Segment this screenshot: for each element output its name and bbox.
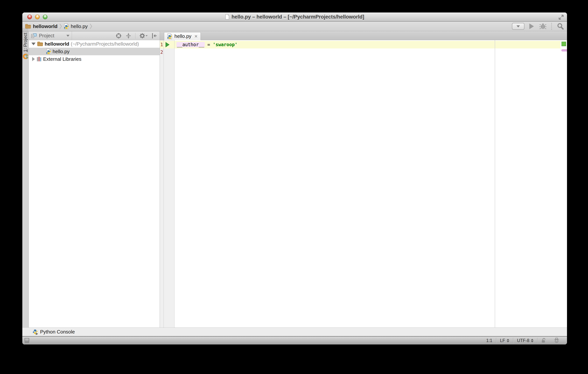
toolbar-separator xyxy=(551,23,552,30)
chevron-right-icon xyxy=(90,23,92,29)
project-view-icon xyxy=(31,33,37,39)
expanded-arrow-icon[interactable] xyxy=(32,43,36,45)
caret-position: 1:1 xyxy=(486,338,492,343)
status-widgets: 1:1 LF UTF-8 xyxy=(483,337,563,344)
document-proxy-icon[interactable] xyxy=(225,14,229,20)
pycharm-logo-icon xyxy=(23,54,28,59)
breadcrumb-label: hello.py xyxy=(71,23,88,29)
zoom-window-button[interactable] xyxy=(43,15,47,19)
breadcrumb-label: helloworld xyxy=(33,23,58,29)
ide-window: hello.py – helloworld – [~/PycharmProjec… xyxy=(22,12,567,344)
scroll-from-source-button[interactable] xyxy=(116,33,122,39)
inspection-profile-widget[interactable] xyxy=(550,337,563,344)
collapse-all-button[interactable] xyxy=(126,33,131,39)
toggle-toolbars-icon-line xyxy=(25,342,29,343)
code-line-1: __author__ = 'swaroop' xyxy=(177,41,237,48)
tree-row-external-libraries[interactable]: External Libraries xyxy=(29,55,160,63)
tree-libraries-label: External Libraries xyxy=(43,56,81,62)
debug-button[interactable] xyxy=(539,23,546,30)
python-console-icon xyxy=(33,329,38,335)
python-console-label: Python Console xyxy=(40,329,75,335)
project-panel: Project xyxy=(29,32,160,327)
project-panel-toolbar xyxy=(116,32,157,40)
main-toolbar xyxy=(512,21,564,31)
minimize-window-button[interactable] xyxy=(35,15,40,19)
string-literal: 'swaroop' xyxy=(213,42,237,47)
search-everywhere-button[interactable] xyxy=(557,23,564,30)
project-view-label: Project xyxy=(39,33,64,39)
run-configuration-selector[interactable] xyxy=(512,23,525,30)
updown-arrows-icon xyxy=(507,339,509,342)
gutter-divider xyxy=(163,40,164,327)
editor-gutter xyxy=(160,40,174,327)
chevron-down-icon xyxy=(66,35,69,37)
python-file-icon xyxy=(64,23,69,29)
inspection-status-indicator[interactable] xyxy=(562,42,566,46)
hector-inspector-icon xyxy=(554,338,559,343)
traffic-lights xyxy=(27,12,47,21)
close-window-button[interactable] xyxy=(27,15,32,19)
gutter-divider xyxy=(174,40,175,327)
breadcrumb: helloworld hello.py xyxy=(25,23,92,29)
line-number: 1 xyxy=(160,41,163,48)
navigation-bar: helloworld hello.py xyxy=(22,21,567,32)
tree-row-project-root[interactable]: helloworld (~/PycharmProjects/helloworld… xyxy=(29,40,160,48)
editor-area: hello.py × 1 2 __author__ = 'swaroop' xyxy=(160,32,567,327)
collapsed-arrow-icon[interactable] xyxy=(32,57,35,61)
unlock-icon xyxy=(541,338,546,343)
updown-arrows-icon xyxy=(531,339,534,342)
fullscreen-icon[interactable] xyxy=(558,14,564,21)
code-editor[interactable]: 1 2 __author__ = 'swaroop' xyxy=(160,40,567,327)
toolbar-separator xyxy=(135,33,136,39)
project-button-mnemonic: 1 xyxy=(23,49,28,52)
editor-tab-bar: hello.py × xyxy=(160,32,567,40)
tree-row-hello-py[interactable]: hello.py xyxy=(29,48,160,55)
project-panel-header: Project xyxy=(29,32,160,40)
author-variable: __author__ xyxy=(177,42,205,47)
caret-position-widget[interactable]: 1:1 xyxy=(483,337,496,344)
toggle-toolbars-button[interactable] xyxy=(25,338,29,343)
chevron-right-icon xyxy=(59,23,62,29)
line-number: 2 xyxy=(160,48,163,56)
tool-window-stripe: 1: Project xyxy=(22,32,29,327)
encoding: UTF-8 xyxy=(517,338,529,343)
project-tree: helloworld (~/PycharmProjects/helloworld… xyxy=(29,40,160,327)
hide-panel-button[interactable] xyxy=(151,33,157,39)
python-console-button[interactable]: Python Console xyxy=(33,329,75,335)
breadcrumb-item-hello-py[interactable]: hello.py xyxy=(64,23,88,29)
close-tab-icon[interactable]: × xyxy=(194,34,198,39)
line-ending: LF xyxy=(500,338,505,343)
main-content: 1: Project Project xyxy=(22,32,567,327)
project-root-name: helloworld xyxy=(45,41,69,47)
folder-icon xyxy=(37,42,43,46)
editor-tab-label: hello.py xyxy=(174,33,191,39)
bottom-tool-window-bar: Python Console xyxy=(22,327,567,336)
window-title: hello.py – helloworld – [~/PycharmProjec… xyxy=(231,14,364,20)
external-libraries-icon xyxy=(36,56,42,62)
status-bar: 1:1 LF UTF-8 xyxy=(22,336,567,344)
tool-window-button-project[interactable]: 1: Project xyxy=(22,28,28,57)
run-button[interactable] xyxy=(529,23,534,29)
project-root-path: (~/PycharmProjects/helloworld) xyxy=(71,41,139,47)
right-margin-guide xyxy=(495,40,495,327)
readonly-lock-widget[interactable] xyxy=(537,337,550,344)
assignment-operator: = xyxy=(205,42,213,47)
editor-tab-hello-py[interactable]: hello.py × xyxy=(164,32,201,40)
project-view-selector[interactable]: Project xyxy=(29,32,72,40)
window-title-group: hello.py – helloworld – [~/PycharmProjec… xyxy=(225,14,364,20)
run-line-marker-icon[interactable] xyxy=(165,42,170,47)
encoding-widget[interactable]: UTF-8 xyxy=(513,337,537,344)
breadcrumb-item-helloworld[interactable]: helloworld xyxy=(25,23,58,29)
project-button-label: : Project xyxy=(23,33,28,49)
toggle-toolbars-icon xyxy=(25,338,29,342)
python-file-icon xyxy=(46,49,51,54)
python-file-icon xyxy=(167,33,172,39)
chevron-down-icon xyxy=(516,25,520,27)
line-ending-widget[interactable]: LF xyxy=(496,337,513,344)
tree-file-name: hello.py xyxy=(52,49,70,54)
title-bar[interactable]: hello.py – helloworld – [~/PycharmProjec… xyxy=(22,12,567,21)
error-stripe-mark[interactable] xyxy=(561,49,567,52)
settings-gear-button[interactable] xyxy=(139,32,147,39)
